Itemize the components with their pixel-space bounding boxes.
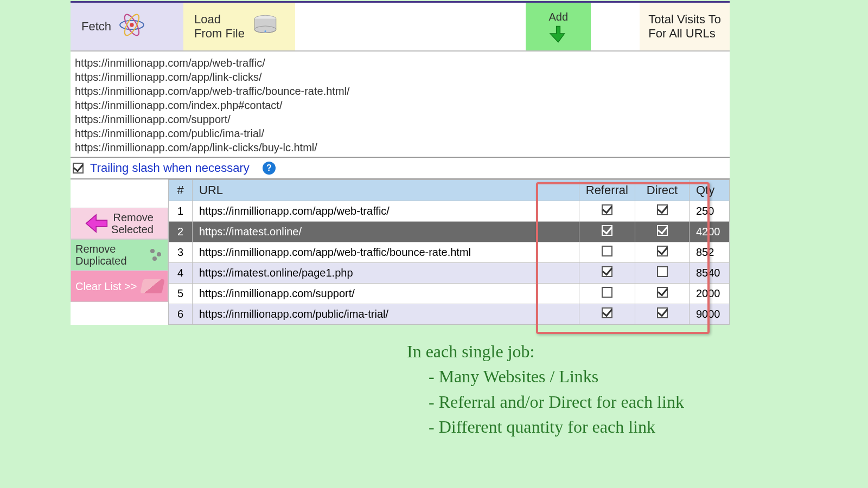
cell-qty[interactable]: 4200 — [690, 222, 730, 242]
add-label: Add — [549, 11, 569, 23]
arrow-down-icon — [549, 24, 567, 43]
svg-point-6 — [264, 30, 266, 32]
cell-url: https://inmillionapp.com/support/ — [193, 284, 579, 304]
load-from-file-button[interactable]: Load From File — [183, 3, 295, 50]
cell-qty[interactable]: 8540 — [690, 263, 730, 284]
remove-selected-label: Remove Selected — [111, 211, 154, 235]
cell-num: 6 — [169, 304, 193, 325]
trailing-slash-checkbox[interactable] — [73, 163, 84, 174]
app-window: Fetch Load From File — [71, 1, 730, 325]
disk-icon — [251, 11, 279, 42]
toolbar: Fetch Load From File — [71, 3, 730, 52]
atom-icon — [118, 11, 146, 42]
cell-num: 1 — [169, 201, 193, 222]
url-line: https://inmillionapp.com/app/web-traffic… — [75, 56, 725, 70]
fetch-button[interactable]: Fetch — [71, 3, 183, 50]
cell-url: https://inmillionapp.com/app/web-traffic… — [193, 242, 579, 263]
dots-icon — [149, 248, 163, 262]
caption-bullet: Different quantity for each link — [429, 414, 684, 439]
caption-bullet: Many Websites / Links — [429, 364, 684, 389]
cell-referral[interactable] — [579, 304, 635, 325]
add-button[interactable]: Add — [526, 3, 591, 50]
cell-url: https://inmillionapp.com/public/ima-tria… — [193, 304, 579, 325]
col-num[interactable]: # — [169, 180, 193, 201]
col-referral[interactable]: Referral — [579, 180, 635, 201]
side-actions: Remove Selected Remove Duplicated Clear … — [71, 179, 168, 325]
grid-header-row: # URL Referral Direct Qty — [169, 180, 730, 201]
toolbar-spacer — [295, 3, 526, 50]
cell-direct[interactable] — [635, 304, 690, 325]
table-row[interactable]: 3https://inmillionapp.com/app/web-traffi… — [169, 242, 730, 263]
cell-direct[interactable] — [635, 201, 690, 222]
svg-point-3 — [130, 23, 133, 27]
col-url[interactable]: URL — [193, 180, 579, 201]
cell-num: 2 — [169, 222, 193, 242]
cell-url: https://imatest.online/ — [193, 222, 579, 242]
trailing-slash-label: Trailing slash when necessary — [90, 161, 250, 175]
cell-num: 4 — [169, 263, 193, 284]
url-line: https://inmillionapp.com/app/link-clicks… — [75, 140, 725, 155]
eraser-icon — [140, 279, 165, 293]
clear-list-button[interactable]: Clear List >> — [71, 271, 168, 302]
cell-qty[interactable]: 9000 — [690, 304, 730, 325]
remove-duplicated-button[interactable]: Remove Duplicated — [71, 239, 168, 271]
table-row[interactable]: 6https://inmillionapp.com/public/ima-tri… — [169, 304, 730, 325]
cell-referral[interactable] — [579, 201, 635, 222]
cell-num: 5 — [169, 284, 193, 304]
cell-qty[interactable]: 250 — [690, 201, 730, 222]
cell-direct[interactable] — [635, 263, 690, 284]
url-line: https://inmillionapp.com/public/ima-tria… — [75, 126, 725, 140]
toolbar-gap — [591, 3, 640, 50]
cell-qty[interactable]: 852 — [690, 242, 730, 263]
col-qty[interactable]: Qty — [690, 180, 730, 201]
table-row[interactable]: 2https://imatest.online/4200 — [169, 222, 730, 242]
fetch-label: Fetch — [81, 20, 111, 34]
totals-panel: Total Visits To For All URLs — [640, 3, 730, 50]
url-input-area[interactable]: https://inmillionapp.com/app/web-traffic… — [71, 52, 730, 158]
cell-referral[interactable] — [579, 284, 635, 304]
caption-title: In each single job: — [407, 339, 684, 364]
cell-url: https://inmillionapp.com/app/web-traffic… — [193, 201, 579, 222]
remove-duplicated-label: Remove Duplicated — [75, 243, 127, 267]
url-line: https://inmillionapp.com/support/ — [75, 112, 725, 126]
url-line: https://inmillionapp.com/index.php#conta… — [75, 98, 725, 112]
totals-label: Total Visits To For All URLs — [648, 12, 721, 41]
caption: In each single job: Many Websites / Link… — [407, 339, 684, 440]
caption-bullet: Referral and/or Direct for each link — [429, 389, 684, 414]
table-row[interactable]: 4https://imatest.online/page1.php8540 — [169, 263, 730, 284]
remove-selected-button[interactable]: Remove Selected — [71, 208, 168, 239]
cell-url: https://imatest.online/page1.php — [193, 263, 579, 284]
caption-bullets: Many Websites / LinksReferral and/or Dir… — [407, 364, 684, 439]
cell-num: 3 — [169, 242, 193, 263]
url-line: https://inmillionapp.com/app/link-clicks… — [75, 70, 725, 84]
grid-area: Remove Selected Remove Duplicated Clear … — [71, 179, 730, 325]
cell-direct[interactable] — [635, 284, 690, 304]
help-icon[interactable]: ? — [263, 162, 276, 175]
cell-referral[interactable] — [579, 263, 635, 284]
side-header-spacer — [71, 179, 168, 208]
table-row[interactable]: 1https://inmillionapp.com/app/web-traffi… — [169, 201, 730, 222]
url-grid[interactable]: # URL Referral Direct Qty 1https://inmil… — [168, 179, 730, 325]
clear-list-label: Clear List >> — [75, 280, 137, 293]
cell-direct[interactable] — [635, 242, 690, 263]
cell-referral[interactable] — [579, 222, 635, 242]
arrow-left-icon — [85, 212, 108, 235]
trailing-slash-row: Trailing slash when necessary ? — [71, 158, 730, 179]
col-direct[interactable]: Direct — [635, 180, 690, 201]
cell-referral[interactable] — [579, 242, 635, 263]
table-row[interactable]: 5https://inmillionapp.com/support/2000 — [169, 284, 730, 304]
cell-direct[interactable] — [635, 222, 690, 242]
load-label: Load From File — [194, 12, 245, 41]
url-line: https://inmillionapp.com/app/web-traffic… — [75, 84, 725, 98]
cell-qty[interactable]: 2000 — [690, 284, 730, 304]
